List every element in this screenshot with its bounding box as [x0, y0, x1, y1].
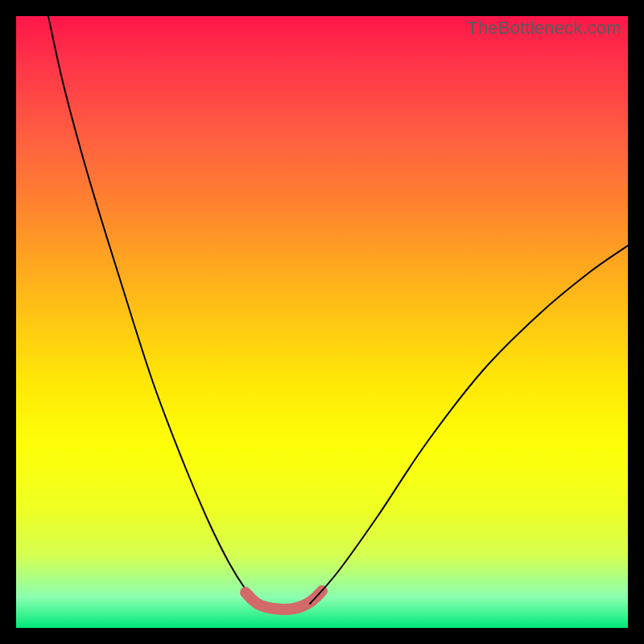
trough-highlight [246, 591, 322, 609]
right-curve [310, 246, 628, 604]
left-curve [48, 16, 258, 604]
chart-svg [16, 16, 628, 628]
chart-plot-area: TheBottleneck.com [16, 16, 628, 628]
